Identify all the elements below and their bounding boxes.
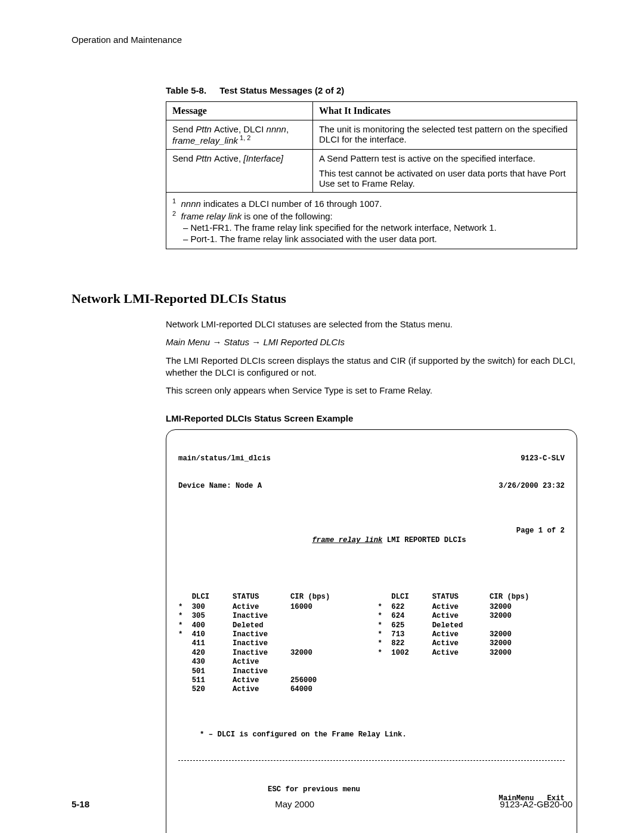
term-gap [367, 612, 377, 621]
term-mark: * [178, 603, 192, 612]
terminal-data-table: DLCI STATUS CIR (bps) DLCI STATUS CIR (b… [178, 593, 565, 695]
table-footnote-row: 1 nnnn indicates a DLCI number of 16 thr… [166, 193, 577, 249]
term-col-dlci: DLCI [391, 593, 432, 603]
terminal-title: frame relay link LMI REPORTED DLCIs [277, 527, 466, 554]
table-row: Send Pttn Active, DLCI nnnn, frame_relay… [166, 120, 577, 150]
table-caption-title: Test Status Messages (2 of 2) [219, 85, 344, 95]
terminal-screenshot: main/status/lmi_dlcis 9123-C-SLV Device … [166, 429, 577, 833]
body-paragraph: The LMI Reported DLCIs screen displays t… [166, 355, 577, 379]
table-row: Send Pttn Active, [Interface] A Send Pat… [166, 150, 577, 193]
terminal-device-name: Device Name: Node A [178, 482, 262, 491]
term-status: Active [233, 685, 290, 694]
footnote-subitem: – Net1-FR1. The frame relay link specifi… [183, 222, 571, 233]
term-mark [178, 658, 192, 667]
term-mark: * [378, 603, 392, 612]
term-dlci: 520 [192, 685, 233, 694]
term-status: Deleted [432, 621, 490, 630]
term-cir: 32000 [490, 649, 565, 658]
term-status: Active [432, 603, 490, 612]
terminal-row: 430Active [178, 658, 565, 667]
msg-italic: Pttn [196, 124, 214, 134]
terminal-timestamp: 3/26/2000 23:32 [499, 482, 565, 491]
term-dlci: 713 [391, 630, 432, 639]
footnote-sup: 1 [172, 197, 176, 205]
msg-text: Active, [214, 153, 243, 163]
body-paragraph: Network LMI-reported DLCI statuses are s… [166, 318, 577, 330]
terminal-page-info: Page 1 of 2 [466, 527, 565, 554]
term-dlci: 430 [192, 658, 233, 667]
term-cir [290, 612, 367, 621]
terminal-title-rest: LMI REPORTED DLCIs [382, 536, 466, 544]
term-dlci: 625 [391, 621, 432, 630]
indicates-cell: A Send Pattern test is active on the spe… [313, 150, 577, 193]
msg-superscript: 1, 2 [238, 134, 250, 141]
term-gap [367, 621, 377, 630]
term-dlci [391, 676, 432, 685]
term-cir [290, 621, 367, 630]
msg-italic: frame_relay_link [172, 135, 238, 145]
term-dlci: 305 [192, 612, 233, 621]
term-status [432, 658, 490, 667]
term-gap [367, 685, 377, 694]
term-mark [178, 685, 192, 694]
term-dlci: 624 [391, 612, 432, 621]
term-gap [367, 630, 377, 639]
term-cir [290, 658, 367, 667]
term-col-status: STATUS [233, 593, 290, 603]
terminal-row: *400Deleted*625Deleted [178, 621, 565, 630]
term-mark [178, 676, 192, 685]
term-status: Active [432, 639, 490, 648]
nav-segment: LMI Reported DLCIs [261, 337, 345, 347]
nav-segment: Main Menu [166, 337, 212, 347]
term-status: Inactive [233, 667, 290, 676]
footer-doc-id: 9123-A2-GB20-00 [500, 799, 572, 809]
term-dlci: 822 [391, 639, 432, 648]
page-number: 5-18 [72, 799, 89, 809]
arrow-icon: → [212, 337, 221, 347]
term-col-cir: CIR (bps) [290, 593, 367, 603]
term-dlci: 1002 [391, 649, 432, 658]
term-status [432, 676, 490, 685]
term-dlci: 411 [192, 639, 233, 648]
msg-italic: nnnn [267, 124, 286, 134]
term-gap [367, 667, 377, 676]
term-cir: 32000 [490, 630, 565, 639]
terminal-path: main/status/lmi_dlcis [178, 454, 271, 463]
footnote-text: is one of the following: [244, 211, 332, 221]
term-mark [378, 667, 392, 676]
term-status: Inactive [233, 639, 290, 648]
msg-text: Active, DLCI [214, 124, 267, 134]
running-header: Operation and Maintenance [72, 35, 572, 45]
col-header-indicates: What It Indicates [313, 102, 577, 120]
term-mark: * [378, 612, 392, 621]
term-cir [490, 667, 565, 676]
screen-example-heading: LMI-Reported DLCIs Status Screen Example [166, 413, 577, 423]
terminal-divider [178, 760, 565, 761]
term-gap [367, 676, 377, 685]
term-dlci: 511 [192, 676, 233, 685]
term-status [432, 685, 490, 694]
terminal-row: *300Active16000*622Active32000 [178, 603, 565, 612]
terminal-row: 511Active256000 [178, 676, 565, 685]
term-mark [178, 667, 192, 676]
table-caption: Table 5-8. Test Status Messages (2 of 2) [166, 85, 572, 95]
term-cir: 32000 [490, 639, 565, 648]
terminal-row: 420Inactive32000*1002Active32000 [178, 649, 565, 658]
term-cir [490, 658, 565, 667]
term-mark: * [178, 630, 192, 639]
indicates-paragraph: This test cannot be activated on user da… [319, 168, 571, 188]
term-gap [367, 603, 377, 612]
term-mark [378, 685, 392, 694]
term-status: Deleted [233, 621, 290, 630]
term-mark [378, 658, 392, 667]
term-dlci [391, 658, 432, 667]
term-dlci: 400 [192, 621, 233, 630]
term-mark: * [378, 630, 392, 639]
term-cir [290, 639, 367, 648]
term-status: Active [233, 603, 290, 612]
term-dlci: 300 [192, 603, 233, 612]
term-gap [367, 639, 377, 648]
nav-path: Main Menu → Status → LMI Reported DLCIs [166, 336, 577, 348]
page-footer: 5-18 May 2000 9123-A2-GB20-00 [72, 799, 572, 809]
term-gap [367, 658, 377, 667]
